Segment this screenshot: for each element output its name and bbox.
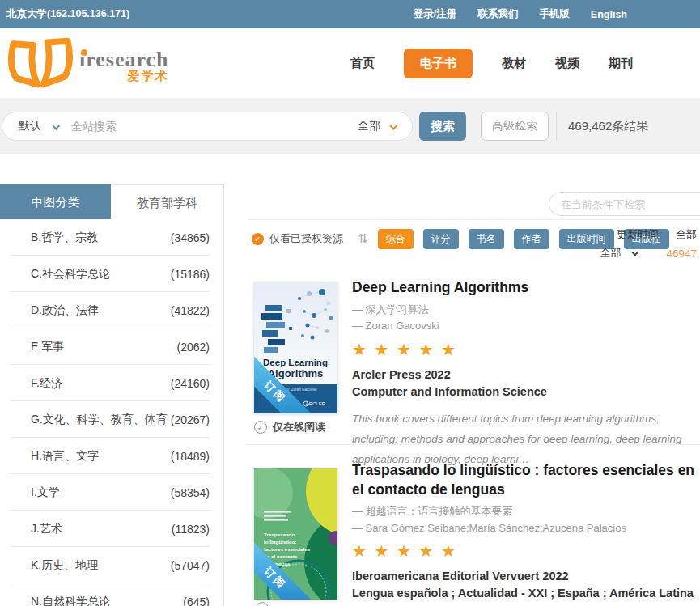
cover-publisher-logo: ARCLER: [306, 401, 326, 406]
category-item-art[interactable]: J.艺术(11823): [0, 511, 223, 547]
search-scope-value: 默认: [19, 119, 41, 133]
nav-textbooks[interactable]: 教材: [502, 56, 526, 71]
update-time-filter-row: 全部 46947: [600, 246, 697, 261]
top-links: 登录/注册 联系我们 手机版 English: [414, 0, 627, 28]
logo-i-dot: [81, 49, 87, 56]
book-authors: — Zoran Gacovski: [352, 318, 700, 334]
online-only-seal-icon: ✓: [254, 421, 267, 434]
category-item-literature[interactable]: I.文学(58354): [0, 474, 223, 511]
sort-title-button[interactable]: 书名: [469, 229, 504, 249]
mobile-version-link[interactable]: 手机版: [539, 7, 570, 21]
tab-moe-disciplines[interactable]: 教育部学科: [111, 184, 224, 219]
contact-us-link[interactable]: 联系我们: [477, 7, 518, 21]
book-cover-traspasando[interactable]: Traspasando lo lingüístico: factores ese…: [253, 468, 338, 600]
tab-clc-classification[interactable]: 中图分类: [0, 184, 111, 219]
logo-wordmark: iresearch 爱学术: [79, 48, 169, 84]
category-item-culture-education[interactable]: G.文化、科学、教育、体育(20267): [0, 401, 223, 438]
search-bar: 默认 全部: [2, 112, 413, 141]
divider: [247, 219, 700, 220]
search-button[interactable]: 搜索: [419, 112, 466, 141]
access-row: ✓: [256, 602, 269, 606]
top-bar: 北京大学(162.105.136.171) 登录/注册 联系我们 手机版 Eng…: [0, 0, 700, 28]
sort-comprehensive-button[interactable]: 综合: [378, 229, 414, 249]
refine-search-input[interactable]: [549, 192, 700, 216]
category-item-language[interactable]: H.语言、文字(18489): [0, 438, 223, 474]
update-time-value: 全部: [676, 228, 697, 240]
logo[interactable]: iresearch 爱学术: [5, 36, 169, 93]
category-item-economics[interactable]: F.经济(24160): [0, 365, 223, 401]
category-item-history-geography[interactable]: K.历史、地理(57047): [0, 547, 223, 583]
book-entry-traspasando: Traspasando lo lingüístico : factores es…: [352, 461, 700, 606]
search-scope-dropdown[interactable]: 默认: [2, 119, 71, 133]
book-publisher: Arcler Press 2022: [352, 367, 700, 384]
online-only-seal-icon: ✓: [256, 602, 269, 606]
chevron-down-icon: [52, 121, 60, 129]
rating-stars: ★ ★ ★ ★ ★: [352, 541, 700, 561]
sort-direction-icon[interactable]: ⇅: [358, 231, 368, 246]
search-section: 默认 全部 搜索 高级检索 469,462条结果: [0, 98, 700, 154]
category-item-politics-law[interactable]: D.政治、法律(41822): [0, 292, 223, 328]
nav-ebooks[interactable]: 电子书: [404, 49, 473, 78]
result-count: 469,462条结果: [556, 112, 648, 141]
book-publisher: Iberoamericana Editorial Vervuert 2022: [352, 568, 700, 585]
book-cover-deep-learning[interactable]: Deep Learning Algorithms Edited by: Zora…: [253, 282, 338, 414]
update-time-row: 更新时间: 全部: [617, 227, 697, 242]
nav-videos[interactable]: 视频: [555, 56, 579, 71]
book-authors: — Sara Gómez Seibane;María Sánchez;Azuce…: [352, 520, 700, 536]
chevron-down-icon: [632, 249, 638, 256]
search-input[interactable]: [71, 114, 350, 138]
book-title[interactable]: Deep Learning Algorithms: [352, 278, 700, 298]
category-item-philosophy[interactable]: B.哲学、宗教(34865): [0, 219, 223, 256]
cover-title-line1: Deep Learning: [263, 358, 328, 367]
book-subtitle: — 超越语言：语言接触的基本要素: [352, 503, 700, 519]
book-category: Lengua española ; Actualidad - XXI ; Esp…: [352, 585, 700, 606]
update-time-label: 更新时间:: [617, 228, 662, 240]
book-logo-icon: [5, 36, 76, 93]
cover2-title-line3: factores esenciales: [264, 546, 311, 552]
online-only-label: 仅在线阅读: [273, 420, 325, 434]
update-time-count[interactable]: 46947: [666, 248, 697, 260]
english-link[interactable]: English: [591, 9, 627, 20]
category-item-social-science[interactable]: C.社会科学总论(15186): [0, 256, 223, 292]
authorized-checkbox-icon[interactable]: ✓: [252, 233, 264, 245]
category-item-military[interactable]: E.军事(2062): [0, 328, 223, 365]
rating-stars: ★ ★ ★ ★ ★: [352, 340, 700, 359]
logo-name: iresearch: [79, 48, 169, 71]
page: 北京大学(162.105.136.171) 登录/注册 联系我们 手机版 Eng…: [0, 0, 700, 606]
cover2-title-line2: lo lingüístico:: [264, 539, 296, 545]
cover2-title-line1: Traspasando: [264, 532, 295, 537]
category-list: B.哲学、宗教(34865) C.社会科学总论(15186) D.政治、法律(4…: [0, 219, 224, 606]
institution-label: 北京大学(162.105.136.171): [6, 0, 129, 28]
book-category: Computer and Information Science: [352, 384, 700, 400]
search-category-value: 全部: [358, 119, 380, 133]
sort-author-button[interactable]: 作者: [514, 229, 549, 249]
nav-home[interactable]: 首页: [350, 56, 375, 71]
authorized-filter-label[interactable]: 仅看已授权资源: [269, 231, 343, 246]
divider: [247, 444, 700, 445]
category-item-natural-science[interactable]: N.自然科学总论(645): [0, 583, 223, 606]
sidebar-tabs: 中图分类 教育部学科: [0, 184, 224, 219]
header: iresearch 爱学术 首页 电子书 教材 视频 期刊: [0, 28, 700, 98]
update-time-dropdown[interactable]: 全部: [600, 246, 637, 261]
chevron-down-icon: [389, 121, 397, 129]
main-nav: 首页 电子书 教材 视频 期刊: [350, 28, 633, 98]
search-category-dropdown[interactable]: 全部: [350, 119, 412, 133]
book-title[interactable]: Traspasando lo lingüístico : factores es…: [352, 461, 700, 499]
book-subtitle: — 深入学习算法: [352, 302, 700, 318]
login-register-link[interactable]: 登录/注册: [414, 7, 456, 21]
sort-rating-button[interactable]: 评分: [423, 229, 459, 249]
book-entry-deep-learning: Deep Learning Algorithms — 深入学习算法 — Zora…: [352, 278, 700, 470]
advanced-search-button[interactable]: 高级检索: [481, 112, 549, 141]
access-row: ✓ 仅在线阅读: [254, 420, 325, 434]
nav-journals[interactable]: 期刊: [609, 56, 633, 71]
